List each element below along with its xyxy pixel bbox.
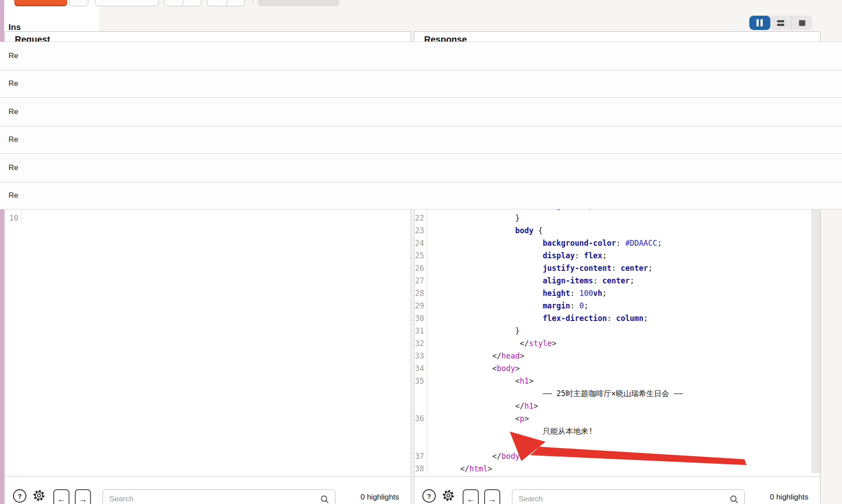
highlights-count: 0 highlights <box>361 493 399 502</box>
inspector-section-2[interactable]: Re <box>0 70 842 98</box>
inspector-section-1[interactable]: Re <box>0 42 842 70</box>
code-token: ; <box>602 251 607 260</box>
request-search-bar: ? ← → 0 highlights <box>5 476 411 504</box>
search-prev-button[interactable]: ← <box>53 489 69 504</box>
code-line: </p> <box>414 437 820 450</box>
code-token: ; <box>644 314 648 323</box>
line-number <box>414 387 427 400</box>
search-next-button[interactable]: → <box>484 489 500 504</box>
line-number: 34 <box>414 362 427 375</box>
code-token: > <box>529 376 533 385</box>
code-token: > <box>515 364 520 373</box>
help-icon[interactable]: ? <box>422 489 436 503</box>
code-token: : <box>607 314 616 323</box>
code-line: 30flex-direction: column; <box>414 312 820 325</box>
line-number: 28 <box>414 287 427 299</box>
line-number: 26 <box>414 262 427 274</box>
code-token: justify-content <box>543 264 612 273</box>
code-token: </ <box>460 464 469 473</box>
code-token: > <box>524 414 529 423</box>
code-token: head <box>502 351 520 360</box>
code-token: body <box>497 364 515 373</box>
line-number: 24 <box>414 237 427 249</box>
line-number <box>414 437 427 450</box>
inspector-title: Ins <box>9 22 21 32</box>
code-token: p <box>520 414 524 423</box>
columns-layout-button[interactable] <box>749 16 770 30</box>
code-line: 只能从本地来! <box>414 425 820 437</box>
settings-gear-icon[interactable] <box>442 489 455 504</box>
code-token: > <box>529 439 533 448</box>
line-number: 38 <box>414 462 427 475</box>
target-pill-partial[interactable] <box>258 0 339 6</box>
line-number: 22 <box>414 212 427 224</box>
code-token: </ <box>520 339 528 348</box>
inspector-section-4[interactable]: Re <box>0 126 842 154</box>
response-scrollbar-thumb[interactable] <box>811 183 820 473</box>
inspector-section-label: Re <box>9 107 18 116</box>
single-view-button[interactable] <box>791 16 812 30</box>
code-token: ; <box>602 289 607 298</box>
code-token: style <box>529 339 552 348</box>
layout-segmented-control <box>749 16 812 30</box>
line-number: 33 <box>414 350 427 362</box>
code-line: 29margin: 0; <box>414 299 820 312</box>
code-line: </h1> <box>414 400 820 412</box>
code-token: center <box>602 276 630 285</box>
code-token: margin <box>543 301 570 310</box>
history-forward-split-button[interactable] <box>207 0 245 6</box>
line-number: 37 <box>414 450 427 462</box>
toolbar-separator <box>253 0 253 6</box>
square-icon <box>799 20 805 26</box>
horizontal-bars-icon <box>777 20 784 26</box>
split-divider <box>227 0 227 6</box>
help-icon[interactable]: ? <box>13 489 26 503</box>
code-token: < <box>492 364 497 373</box>
rows-layout-button[interactable] <box>770 16 791 30</box>
code-token: > <box>488 464 492 473</box>
code-line: 10 <box>5 212 411 224</box>
inspector-section-5[interactable]: Re <box>0 154 842 182</box>
line-number: 29 <box>414 299 427 312</box>
code-line: 32</style> <box>414 337 820 350</box>
code-token: flex-direction <box>543 314 607 323</box>
code-token: ; <box>630 276 634 285</box>
line-number: 25 <box>414 249 427 262</box>
search-input[interactable] <box>512 495 744 504</box>
toolbar-button-partial-1[interactable] <box>69 0 88 6</box>
search-prev-button[interactable]: ← <box>463 489 479 504</box>
code-token: > <box>520 351 524 360</box>
code-token: { <box>538 226 542 235</box>
code-token: : <box>616 239 625 248</box>
code-token: </ <box>515 439 524 448</box>
inspector-section-label: Re <box>9 51 18 60</box>
code-token: } <box>515 326 520 335</box>
code-token: column <box>616 314 643 323</box>
code-line: 24background-color: #DDAACC; <box>414 237 820 249</box>
line-number <box>414 425 427 437</box>
inspector-section-6[interactable]: Re <box>0 182 842 210</box>
code-line: 23body { <box>414 224 820 237</box>
code-token: } <box>515 214 520 222</box>
line-number: 32 <box>414 337 427 350</box>
code-line: —— 25时主题咖啡厅×晓山瑞希生日会 —— <box>414 387 820 400</box>
code-line: 33</head> <box>414 350 820 362</box>
toolbar-button-partial-2[interactable] <box>95 0 159 6</box>
code-line: 22} <box>414 212 820 224</box>
magnifier-icon <box>320 495 330 504</box>
inspector-sections: ReReReReReRe <box>0 42 842 209</box>
code-token: align-items <box>543 276 593 285</box>
line-number: 31 <box>414 325 427 337</box>
search-input[interactable] <box>103 495 335 504</box>
code-token: < <box>515 376 520 385</box>
settings-gear-icon[interactable] <box>33 489 45 504</box>
inspector-section-3[interactable]: Re <box>0 98 842 126</box>
code-token: > <box>552 339 556 348</box>
code-token: background-color <box>543 239 616 248</box>
code-token: : <box>611 264 620 273</box>
code-token: ; <box>657 239 662 248</box>
send-button-partial[interactable] <box>14 0 67 6</box>
search-next-button[interactable]: → <box>75 489 91 504</box>
code-token: display <box>543 251 575 260</box>
code-token: : <box>570 289 579 298</box>
